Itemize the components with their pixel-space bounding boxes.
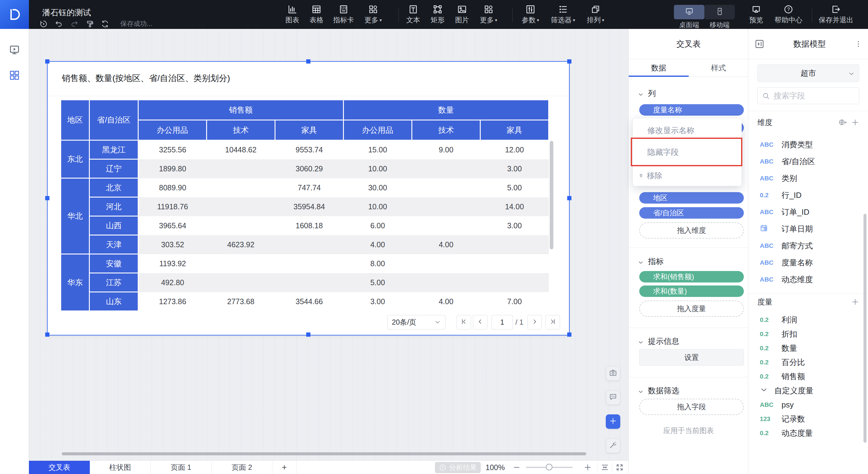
fit-width-button[interactable] xyxy=(601,463,609,472)
mobile-mode-button[interactable] xyxy=(704,5,735,19)
sheet-tab-1[interactable]: 交叉表 xyxy=(29,461,90,474)
pages-icon[interactable] xyxy=(9,44,20,56)
measure-item[interactable]: 0.2折扣 xyxy=(760,329,797,339)
undo-icon[interactable] xyxy=(55,20,63,28)
pill-sum-quantity[interactable]: 求和(数量) xyxy=(639,285,744,297)
tab-data[interactable]: 数据 xyxy=(629,59,689,76)
province-cell[interactable]: 辽宁 xyxy=(90,159,138,178)
pill-province[interactable]: 省/自治区 xyxy=(639,207,744,218)
measure-item[interactable]: ABCpsy xyxy=(760,400,794,410)
province-cell[interactable]: 江苏 xyxy=(90,273,138,292)
dimension-item[interactable]: 订单日期 xyxy=(760,224,813,234)
canvas-horizontal-scrollbar[interactable] xyxy=(62,452,586,455)
fullscreen-button[interactable] xyxy=(615,463,624,472)
sub-header[interactable]: 技术 xyxy=(412,120,480,140)
dimension-item[interactable]: ABC省/自治区 xyxy=(760,156,815,167)
last-page-button[interactable] xyxy=(546,315,560,330)
dimension-item[interactable]: ABC消费类型 xyxy=(760,139,813,150)
kebab-menu-icon[interactable] xyxy=(855,40,862,48)
region-cell[interactable]: 华北 xyxy=(61,178,90,254)
history-icon[interactable] xyxy=(39,20,48,28)
sheet-tab-3[interactable]: 页面 1 xyxy=(151,461,212,474)
element-image-button[interactable]: 图片 xyxy=(450,4,474,25)
selection-handle[interactable] xyxy=(567,333,571,337)
tooltip-settings-button[interactable]: 设置 xyxy=(639,349,744,366)
measure-item[interactable]: 0.2动态度量 xyxy=(760,428,813,438)
group-header[interactable]: 数量 xyxy=(344,100,549,120)
measure-item[interactable]: 123记录数 xyxy=(760,414,805,424)
selected-cross-table-widget[interactable]: 销售额、数量(按地区、省/自治区、类别划分) 地区省/自治区销售额数量办公用品技… xyxy=(48,62,569,335)
sub-header[interactable]: 家具 xyxy=(480,120,549,140)
tab-style[interactable]: 样式 xyxy=(689,59,749,76)
components-grid-icon[interactable] xyxy=(9,70,20,81)
element-rectangle-button[interactable]: 矩形 xyxy=(425,4,450,25)
globe-icon[interactable]: ▾ xyxy=(838,118,846,127)
sheet-tab-4[interactable]: 页面 2 xyxy=(212,461,273,474)
selection-handle[interactable] xyxy=(45,59,50,64)
sheet-tab-2[interactable]: 柱状图 xyxy=(90,461,151,474)
redo-icon[interactable] xyxy=(70,20,79,28)
next-page-button[interactable] xyxy=(527,315,542,330)
tooltip-section-header[interactable]: 提示信息 xyxy=(638,336,679,347)
dimension-item[interactable]: ABC订单_ID xyxy=(760,207,809,217)
element-more-elements-button[interactable]: 更多▾ xyxy=(474,4,503,25)
save-exit-button[interactable]: 保存并退出 xyxy=(818,4,855,25)
smart-analysis-button[interactable] xyxy=(606,438,620,453)
province-cell[interactable]: 天津 xyxy=(90,235,138,254)
collapse-panel-icon[interactable] xyxy=(754,39,765,49)
pill-region[interactable]: 地区 xyxy=(639,192,744,204)
add-measure-button[interactable] xyxy=(851,298,859,306)
insert-kpi-card-button[interactable]: 123指标卡 xyxy=(329,4,359,25)
page-input[interactable]: 1 xyxy=(492,315,513,330)
corner-header[interactable]: 地区 xyxy=(61,100,90,140)
dimension-item[interactable]: ABC动态维度 xyxy=(760,274,813,284)
measure-item[interactable]: 自定义度量 xyxy=(760,385,813,396)
selection-handle[interactable] xyxy=(567,59,571,64)
desktop-mode-button[interactable] xyxy=(674,5,704,19)
columns-section-header[interactable]: 列 xyxy=(638,88,656,99)
add-sheet-button[interactable]: + xyxy=(273,461,297,474)
control-filter-button[interactable]: 筛选器▾ xyxy=(545,4,581,25)
province-cell[interactable]: 安徽 xyxy=(90,254,138,273)
add-dimension-button[interactable] xyxy=(851,118,859,127)
field-search-box[interactable] xyxy=(757,87,859,104)
group-header[interactable]: 销售额 xyxy=(138,100,344,120)
comment-button[interactable] xyxy=(606,390,620,405)
insert-more-charts-button[interactable]: 更多▾ xyxy=(359,4,388,25)
region-cell[interactable]: 华东 xyxy=(61,254,90,311)
province-cell[interactable]: 山东 xyxy=(90,292,138,311)
add-widget-button[interactable] xyxy=(606,414,620,429)
pill-sum-sales[interactable]: 求和(销售额) xyxy=(639,271,744,282)
screenshot-button[interactable] xyxy=(606,366,620,381)
preview-button[interactable]: 预览 xyxy=(743,4,770,25)
measure-item[interactable]: 0.2数量 xyxy=(760,343,797,353)
drop-dimension-zone[interactable]: 拖入维度 xyxy=(639,222,744,238)
dimension-item[interactable]: ABC邮寄方式 xyxy=(760,241,813,251)
measure-item[interactable]: 0.2利润 xyxy=(760,315,797,325)
menu-item-remove[interactable]: 移除 xyxy=(633,170,741,181)
search-input[interactable] xyxy=(774,91,849,101)
dimension-item[interactable]: 0.2行_ID xyxy=(760,190,801,200)
zoom-slider-knob[interactable] xyxy=(546,464,553,470)
element-text-button[interactable]: 文本 xyxy=(401,4,425,25)
analysis-result-button[interactable]: 分析结果 xyxy=(435,462,481,473)
insert-table-button[interactable]: 表格 xyxy=(304,4,329,25)
filter-section-header[interactable]: 数据筛选 xyxy=(638,385,679,396)
drop-measure-zone[interactable]: 拖入度量 xyxy=(639,301,744,317)
app-logo[interactable] xyxy=(0,0,29,29)
first-page-button[interactable] xyxy=(457,315,471,330)
province-cell[interactable]: 北京 xyxy=(90,178,138,197)
help-center-button[interactable]: ? 帮助中心 xyxy=(770,4,807,25)
refresh-icon[interactable] xyxy=(101,20,110,28)
sub-header[interactable]: 技术 xyxy=(207,120,275,140)
page-size-select[interactable]: 20条/页 xyxy=(387,315,445,330)
selection-handle[interactable] xyxy=(567,196,571,200)
measure-item[interactable]: 0.2销售额 xyxy=(760,371,805,381)
menu-item-rename[interactable]: 修改显示名称 xyxy=(633,124,741,136)
format-brush-icon[interactable] xyxy=(85,20,94,28)
region-cell[interactable]: 东北 xyxy=(61,140,90,178)
measure-item[interactable]: 0.2百分比 xyxy=(760,357,805,367)
canvas[interactable]: 销售额、数量(按地区、省/自治区、类别划分) 地区省/自治区销售额数量办公用品技… xyxy=(29,29,628,461)
selection-handle[interactable] xyxy=(45,333,50,337)
prev-page-button[interactable] xyxy=(473,315,487,330)
